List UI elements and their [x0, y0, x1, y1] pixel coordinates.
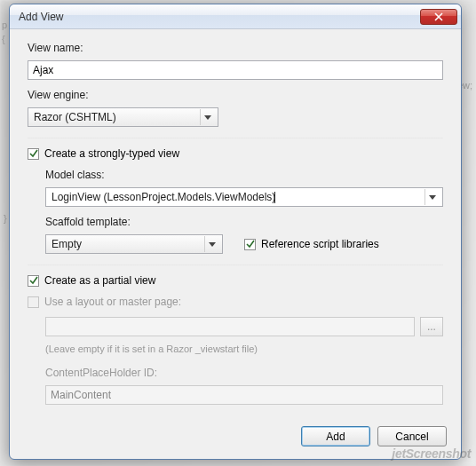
- separator: [28, 138, 443, 138]
- cph-input: [45, 385, 443, 405]
- layout-hint: (Leave empty if it is set in a Razor _vi…: [45, 344, 443, 354]
- dialog-title: Add View: [19, 11, 420, 23]
- use-layout-checkbox: [28, 296, 39, 308]
- dialog-body: View name: View engine: Razor (CSHTML) C…: [10, 29, 461, 417]
- titlebar: Add View: [10, 4, 461, 29]
- chevron-down-icon: [204, 236, 218, 252]
- check-icon: [246, 240, 255, 249]
- view-engine-combo[interactable]: Razor (CSHTML): [28, 107, 218, 127]
- scaffold-combo[interactable]: Empty: [45, 234, 223, 254]
- strongly-typed-group: Model class: LoginView (LessonProject.Mo…: [45, 169, 443, 254]
- ellipsis-icon: ...: [427, 320, 436, 333]
- layout-group: ... (Leave empty if it is set in a Razor…: [45, 317, 443, 405]
- layout-path-input: [45, 317, 415, 336]
- close-icon: [434, 12, 443, 21]
- separator: [28, 265, 443, 265]
- partial-view-checkbox[interactable]: [28, 275, 39, 287]
- strongly-typed-label: Create a strongly-typed view: [44, 147, 179, 160]
- check-icon: [29, 149, 38, 158]
- partial-view-label: Create as a partial view: [44, 274, 155, 287]
- bg-code-fragment: {: [2, 34, 5, 44]
- ref-scripts-checkbox[interactable]: [244, 239, 256, 250]
- add-view-dialog: Add View View name: View engine: Razor (…: [9, 4, 462, 460]
- strongly-typed-checkbox[interactable]: [28, 148, 39, 160]
- use-layout-row: Use a layout or master page:: [28, 296, 443, 308]
- check-icon: [29, 276, 38, 285]
- text-cursor: [274, 192, 275, 203]
- close-button[interactable]: [420, 9, 457, 25]
- model-class-label: Model class:: [45, 169, 443, 181]
- partial-view-row[interactable]: Create as a partial view: [28, 274, 443, 287]
- add-button[interactable]: Add: [301, 426, 370, 446]
- ref-scripts-row[interactable]: Reference script libraries: [244, 238, 379, 250]
- strongly-typed-row[interactable]: Create a strongly-typed view: [28, 147, 443, 160]
- model-class-value[interactable]: LoginView (LessonProject.Models.ViewMode…: [52, 191, 421, 203]
- chevron-down-icon: [200, 109, 214, 125]
- view-engine-label: View engine:: [28, 89, 443, 101]
- cancel-button[interactable]: Cancel: [377, 426, 447, 446]
- ref-scripts-label: Reference script libraries: [261, 238, 379, 250]
- browse-button: ...: [420, 317, 443, 336]
- model-class-combo[interactable]: LoginView (LessonProject.Models.ViewMode…: [45, 187, 443, 207]
- chevron-down-icon: [424, 189, 439, 205]
- bg-code-fragment: p: [2, 20, 7, 30]
- view-name-input[interactable]: [28, 60, 443, 80]
- scaffold-label: Scaffold template:: [45, 216, 443, 228]
- use-layout-label: Use a layout or master page:: [44, 296, 181, 308]
- cph-label: ContentPlaceHolder ID:: [45, 367, 443, 379]
- bg-code-fragment: }: [4, 213, 7, 224]
- scaffold-value: Empty: [52, 238, 201, 250]
- view-engine-value: Razor (CSHTML): [34, 111, 196, 123]
- view-name-label: View name:: [28, 42, 443, 54]
- dialog-footer: Add Cancel: [10, 417, 461, 459]
